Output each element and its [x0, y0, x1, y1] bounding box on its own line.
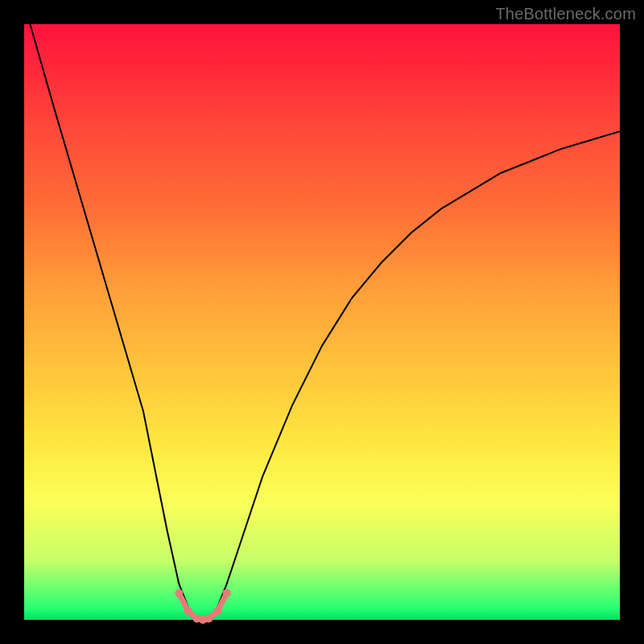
bottleneck-curve-path: [30, 24, 620, 620]
optimal-region-dot: [184, 607, 192, 615]
optimal-region-dot: [223, 589, 231, 597]
optimal-region-dot: [204, 615, 213, 623]
chart-plot-area: [24, 24, 620, 620]
watermark-text: TheBottleneck.com: [495, 5, 636, 23]
bottleneck-curve: [30, 24, 620, 620]
optimal-region-dot: [214, 607, 222, 615]
chart-svg: [24, 24, 620, 620]
optimal-region-dot: [175, 589, 183, 597]
